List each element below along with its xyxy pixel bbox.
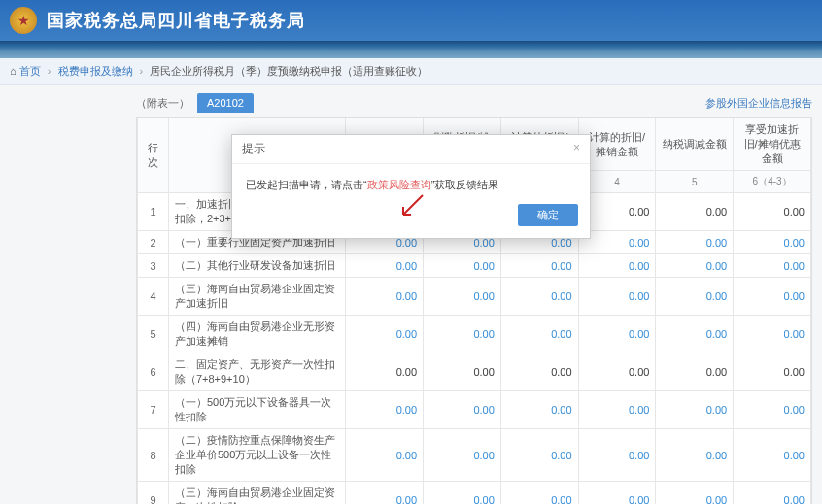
cell-value[interactable]: 0.00 — [734, 429, 811, 482]
breadcrumb-home[interactable]: 首页 — [19, 65, 41, 77]
tab-note-left: （附表一） — [136, 96, 189, 111]
th-sub-5: 5 — [656, 171, 734, 193]
cell-value[interactable]: 0.00 — [424, 316, 501, 353]
cell-value[interactable]: 0.00 — [578, 316, 656, 353]
cell-value[interactable]: 0.00 — [734, 278, 811, 316]
banner-image — [0, 41, 822, 58]
tab-note-right[interactable]: 参股外国企业信息报告 — [705, 96, 812, 111]
cell-value[interactable]: 0.00 — [734, 391, 811, 429]
cell-value[interactable]: 0.00 — [656, 278, 734, 316]
row-project: （三）海南自由贸易港企业固定资产加速折旧 — [168, 278, 345, 316]
row-index: 8 — [138, 429, 169, 482]
th-row-index: 行次 — [138, 118, 169, 193]
cell-value[interactable]: 0.00 — [578, 254, 656, 278]
table-row: 4（三）海南自由贸易港企业固定资产加速折旧0.000.000.000.000.0… — [138, 278, 811, 316]
table-row: 5（四）海南自由贸易港企业无形资产加速摊销0.000.000.000.000.0… — [138, 316, 811, 353]
dialog-text-before: 已发起扫描申请，请点击“ — [246, 179, 367, 190]
cell-value: 0.00 — [578, 353, 656, 391]
cell-value[interactable]: 0.00 — [346, 254, 424, 278]
th-col-5: 纳税调减金额 — [656, 118, 734, 171]
row-index: 4 — [138, 278, 169, 316]
tabs-row: （附表一） A20102 参股外国企业信息报告 — [0, 93, 822, 113]
breadcrumb: ⌂ 首页 › 税费申报及缴纳 › 居民企业所得税月（季）度预缴纳税申报（适用查账… — [0, 58, 822, 85]
cell-value[interactable]: 0.00 — [346, 278, 424, 316]
cell-value[interactable]: 0.00 — [346, 482, 424, 505]
prompt-dialog: 提示 × 已发起扫描申请，请点击“政策风险查询”获取反馈结果 确定 — [231, 134, 591, 239]
cell-value[interactable]: 0.00 — [578, 278, 656, 316]
cell-value[interactable]: 0.00 — [346, 316, 424, 353]
cell-value[interactable]: 0.00 — [578, 391, 656, 429]
row-index: 1 — [138, 193, 169, 231]
cell-value: 0.00 — [424, 353, 501, 391]
cell-value[interactable]: 0.00 — [500, 429, 578, 482]
dialog-ok-button[interactable]: 确定 — [518, 204, 578, 226]
cell-value: 0.00 — [734, 193, 811, 231]
row-index: 6 — [138, 353, 169, 391]
cell-value[interactable]: 0.00 — [346, 429, 424, 482]
dialog-text-after: ”获取反馈结果 — [431, 179, 499, 190]
row-index: 7 — [138, 391, 169, 429]
table-row: 8（二）疫情防控重点保障物资生产企业单价500万元以上设备一次性扣除0.000.… — [138, 429, 811, 482]
app-title: 国家税务总局四川省电子税务局 — [47, 9, 305, 32]
cell-value[interactable]: 0.00 — [656, 231, 734, 254]
cell-value[interactable]: 0.00 — [578, 429, 656, 482]
emblem-icon: ★ — [10, 7, 37, 34]
cell-value[interactable]: 0.00 — [500, 254, 578, 278]
cell-value[interactable]: 0.00 — [656, 429, 734, 482]
breadcrumb-l1[interactable]: 税费申报及缴纳 — [58, 65, 133, 77]
close-icon[interactable]: × — [573, 141, 580, 157]
row-project: 二、固定资产、无形资产一次性扣除（7+8+9+10） — [168, 353, 345, 391]
cell-value[interactable]: 0.00 — [500, 278, 578, 316]
table-row: 3（二）其他行业研发设备加速折旧0.000.000.000.000.000.00 — [138, 254, 811, 278]
tab-active[interactable]: A20102 — [197, 93, 254, 113]
cell-value[interactable]: 0.00 — [500, 316, 578, 353]
dialog-title: 提示 — [242, 141, 265, 157]
cell-value[interactable]: 0.00 — [734, 316, 811, 353]
cell-value[interactable]: 0.00 — [424, 391, 501, 429]
cell-value[interactable]: 0.00 — [500, 482, 578, 505]
cell-value[interactable]: 0.00 — [734, 231, 811, 254]
row-index: 9 — [138, 482, 169, 505]
cell-value: 0.00 — [734, 353, 811, 391]
cell-value[interactable]: 0.00 — [424, 278, 501, 316]
row-project: （二）疫情防控重点保障物资生产企业单价500万元以上设备一次性扣除 — [168, 429, 345, 482]
home-icon: ⌂ — [10, 65, 17, 77]
table-row: 7（一）500万元以下设备器具一次性扣除0.000.000.000.000.00… — [138, 391, 811, 429]
row-project: （一）500万元以下设备器具一次性扣除 — [168, 391, 345, 429]
cell-value[interactable]: 0.00 — [656, 482, 734, 505]
cell-value[interactable]: 0.00 — [656, 316, 734, 353]
row-project: （四）海南自由贸易港企业无形资产加速摊销 — [168, 316, 345, 353]
cell-value: 0.00 — [500, 353, 578, 391]
arrow-icon — [397, 193, 427, 222]
cell-value[interactable]: 0.00 — [656, 391, 734, 429]
cell-value[interactable]: 0.00 — [424, 429, 501, 482]
th-col-6: 享受加速折旧/摊销优惠金额 — [734, 118, 811, 171]
row-index: 3 — [138, 254, 169, 278]
cell-value[interactable]: 0.00 — [346, 391, 424, 429]
cell-value[interactable]: 0.00 — [500, 391, 578, 429]
cell-value[interactable]: 0.00 — [734, 482, 811, 505]
cell-value[interactable]: 0.00 — [424, 482, 501, 505]
th-sub-6: 6（4-3） — [734, 171, 811, 193]
row-index: 2 — [138, 231, 169, 254]
row-project: （三）海南自由贸易港企业固定资产一次性扣除 — [168, 482, 345, 505]
dialog-highlight-link[interactable]: 政策风险查询 — [367, 179, 431, 190]
table-row: 9（三）海南自由贸易港企业固定资产一次性扣除0.000.000.000.000.… — [138, 482, 811, 505]
row-project: （二）其他行业研发设备加速折旧 — [168, 254, 345, 278]
cell-value: 0.00 — [656, 353, 734, 391]
breadcrumb-l2: 居民企业所得税月（季）度预缴纳税申报（适用查账征收） — [150, 65, 428, 77]
cell-value: 0.00 — [346, 353, 424, 391]
app-header: ★ 国家税务总局四川省电子税务局 — [0, 0, 822, 41]
row-index: 5 — [138, 316, 169, 353]
cell-value[interactable]: 0.00 — [656, 254, 734, 278]
cell-value[interactable]: 0.00 — [578, 482, 656, 505]
cell-value[interactable]: 0.00 — [424, 254, 501, 278]
table-row: 6二、固定资产、无形资产一次性扣除（7+8+9+10）0.000.000.000… — [138, 353, 811, 391]
cell-value[interactable]: 0.00 — [734, 254, 811, 278]
cell-value: 0.00 — [656, 193, 734, 231]
dialog-body: 已发起扫描申请，请点击“政策风险查询”获取反馈结果 — [232, 164, 590, 196]
